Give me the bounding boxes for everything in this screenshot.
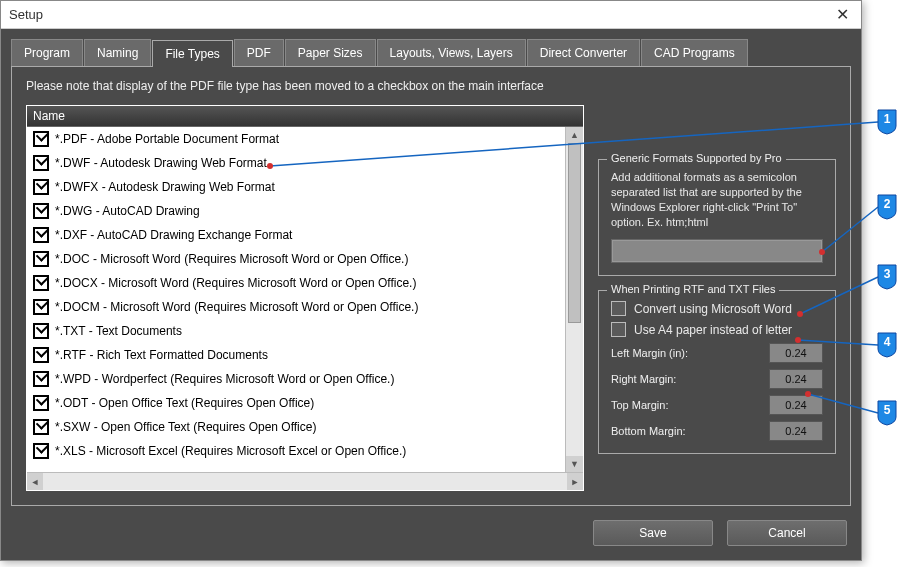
- scroll-right-icon[interactable]: ►: [567, 473, 583, 490]
- list-item-label: *.XLS - Microsoft Excel (Requires Micros…: [55, 444, 406, 458]
- vertical-scrollbar[interactable]: ▲ ▼: [565, 127, 583, 472]
- list-item-label: *.TXT - Text Documents: [55, 324, 182, 338]
- list-item[interactable]: *.DOCX - Microsoft Word (Requires Micros…: [27, 271, 565, 295]
- right-margin-input[interactable]: 0.24: [769, 369, 823, 389]
- convert-word-label: Convert using Microsoft Word: [634, 302, 792, 316]
- filetype-list[interactable]: Name *.PDF - Adobe Portable Document For…: [26, 105, 584, 491]
- list-item[interactable]: *.DXF - AutoCAD Drawing Exchange Format: [27, 223, 565, 247]
- generic-formats-group: Generic Formats Supported by Pro Add add…: [598, 159, 836, 276]
- callout-2: 2: [876, 193, 898, 221]
- tab-paper-sizes[interactable]: Paper Sizes: [285, 39, 376, 66]
- tab-file-types[interactable]: File Types: [152, 40, 232, 67]
- tab-layouts[interactable]: Layouts, Views, Layers: [377, 39, 526, 66]
- checkbox-icon[interactable]: [33, 347, 49, 363]
- checkbox-icon[interactable]: [33, 371, 49, 387]
- horizontal-scrollbar[interactable]: ◄ ►: [27, 472, 583, 490]
- titlebar: Setup ✕: [1, 1, 861, 29]
- list-item[interactable]: *.DWF - Autodesk Drawing Web Format: [27, 151, 565, 175]
- generic-formats-legend: Generic Formats Supported by Pro: [607, 152, 786, 164]
- tab-naming[interactable]: Naming: [84, 39, 151, 66]
- scroll-down-icon[interactable]: ▼: [566, 456, 583, 472]
- checkbox-icon[interactable]: [33, 203, 49, 219]
- use-a4-label: Use A4 paper instead of letter: [634, 323, 792, 337]
- list-item[interactable]: *.RTF - Rich Text Formatted Documents: [27, 343, 565, 367]
- callout-3: 3: [876, 263, 898, 291]
- callout-1: 1: [876, 108, 898, 136]
- left-margin-input[interactable]: 0.24: [769, 343, 823, 363]
- list-item[interactable]: *.WPD - Wordperfect (Requires Microsoft …: [27, 367, 565, 391]
- tab-cad-programs[interactable]: CAD Programs: [641, 39, 748, 66]
- list-item-label: *.DOC - Microsoft Word (Requires Microso…: [55, 252, 408, 266]
- tab-pdf[interactable]: PDF: [234, 39, 284, 66]
- checkbox-icon[interactable]: [33, 275, 49, 291]
- checkbox-icon[interactable]: [33, 395, 49, 411]
- checkbox-icon[interactable]: [33, 227, 49, 243]
- save-button[interactable]: Save: [593, 520, 713, 546]
- bottom-margin-label: Bottom Margin:: [611, 425, 686, 437]
- list-item[interactable]: *.TXT - Text Documents: [27, 319, 565, 343]
- list-item[interactable]: *.DOCM - Microsoft Word (Requires Micros…: [27, 295, 565, 319]
- convert-word-checkbox[interactable]: [611, 301, 626, 316]
- left-margin-label: Left Margin (in):: [611, 347, 688, 359]
- list-item[interactable]: *.DOC - Microsoft Word (Requires Microso…: [27, 247, 565, 271]
- list-item[interactable]: *.PDF - Adobe Portable Document Format: [27, 127, 565, 151]
- list-item-label: *.DWFX - Autodesk Drawing Web Format: [55, 180, 275, 194]
- callout-4: 4: [876, 331, 898, 359]
- list-item[interactable]: *.DWG - AutoCAD Drawing: [27, 199, 565, 223]
- checkbox-icon[interactable]: [33, 419, 49, 435]
- checkbox-icon[interactable]: [33, 443, 49, 459]
- scroll-thumb[interactable]: [568, 143, 581, 323]
- window-title: Setup: [9, 7, 832, 22]
- list-item[interactable]: *.DWFX - Autodesk Drawing Web Format: [27, 175, 565, 199]
- rtf-txt-legend: When Printing RTF and TXT Files: [607, 283, 779, 295]
- checkbox-icon[interactable]: [33, 323, 49, 339]
- list-item-label: *.DXF - AutoCAD Drawing Exchange Format: [55, 228, 292, 242]
- rtf-txt-group: When Printing RTF and TXT Files Convert …: [598, 290, 836, 454]
- list-item-label: *.WPD - Wordperfect (Requires Microsoft …: [55, 372, 394, 386]
- list-item-label: *.DWG - AutoCAD Drawing: [55, 204, 200, 218]
- generic-formats-desc: Add additional formats as a semicolon se…: [611, 170, 823, 229]
- checkbox-icon[interactable]: [33, 179, 49, 195]
- list-item-label: *.RTF - Rich Text Formatted Documents: [55, 348, 268, 362]
- checkbox-icon[interactable]: [33, 299, 49, 315]
- list-item[interactable]: *.ODT - Open Office Text (Requires Open …: [27, 391, 565, 415]
- generic-formats-input[interactable]: [611, 239, 823, 263]
- scroll-up-icon[interactable]: ▲: [566, 127, 583, 143]
- note-text: Please note that display of the PDF file…: [26, 79, 836, 93]
- checkbox-icon[interactable]: [33, 155, 49, 171]
- list-item-label: *.SXW - Open Office Text (Requires Open …: [55, 420, 316, 434]
- cancel-button[interactable]: Cancel: [727, 520, 847, 546]
- right-margin-label: Right Margin:: [611, 373, 676, 385]
- list-item-label: *.ODT - Open Office Text (Requires Open …: [55, 396, 314, 410]
- list-header-name[interactable]: Name: [27, 106, 583, 127]
- callout-5: 5: [876, 399, 898, 427]
- checkbox-icon[interactable]: [33, 251, 49, 267]
- list-item-label: *.PDF - Adobe Portable Document Format: [55, 132, 279, 146]
- tab-panel: Please note that display of the PDF file…: [11, 66, 851, 506]
- top-margin-input[interactable]: 0.24: [769, 395, 823, 415]
- tab-direct-converter[interactable]: Direct Converter: [527, 39, 640, 66]
- use-a4-checkbox[interactable]: [611, 322, 626, 337]
- list-item-label: *.DOCX - Microsoft Word (Requires Micros…: [55, 276, 416, 290]
- list-item[interactable]: *.SXW - Open Office Text (Requires Open …: [27, 415, 565, 439]
- bottom-margin-input[interactable]: 0.24: [769, 421, 823, 441]
- checkbox-icon[interactable]: [33, 131, 49, 147]
- list-item-label: *.DOCM - Microsoft Word (Requires Micros…: [55, 300, 418, 314]
- list-item-label: *.DWF - Autodesk Drawing Web Format: [55, 156, 267, 170]
- setup-window: Setup ✕ Program Naming File Types PDF Pa…: [0, 0, 862, 561]
- close-icon[interactable]: ✕: [832, 5, 853, 24]
- list-item[interactable]: *.XLS - Microsoft Excel (Requires Micros…: [27, 439, 565, 463]
- top-margin-label: Top Margin:: [611, 399, 668, 411]
- tabs: Program Naming File Types PDF Paper Size…: [11, 39, 851, 66]
- tab-program[interactable]: Program: [11, 39, 83, 66]
- scroll-left-icon[interactable]: ◄: [27, 473, 43, 490]
